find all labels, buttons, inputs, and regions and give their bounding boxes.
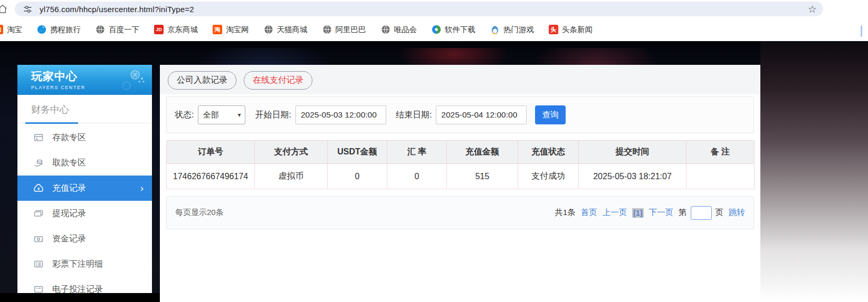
- bookmark-ctrip[interactable]: 携程旅行: [37, 25, 81, 35]
- backdrop-top-band: [0, 41, 868, 48]
- sidebar-header: 玩家中心 PLAYERS CENTER: [17, 65, 152, 95]
- status-select[interactable]: 全部 ▾: [198, 105, 245, 124]
- withdrawal-icon: [33, 208, 44, 219]
- bookmark-taobao[interactable]: 淘 淘宝: [1, 25, 22, 35]
- next-page-link[interactable]: 下一页: [649, 207, 674, 218]
- bookmark-toutiao[interactable]: 头 头条新闻: [549, 25, 593, 35]
- cell-usdt-amount: 0: [328, 164, 387, 189]
- sidebar-item-lottery-bet-details[interactable]: 彩票下注明细: [17, 251, 152, 277]
- svg-text:¥: ¥: [37, 187, 40, 191]
- cell-submit-time: 2025-05-03 18:21:07: [579, 164, 686, 189]
- backdrop-bottom-band: [0, 293, 160, 302]
- sidebar-item-funds-records[interactable]: 资金记录: [17, 226, 152, 251]
- bookmark-software[interactable]: 软件下载: [432, 25, 475, 35]
- bookmark-taobao-wang[interactable]: 淘 淘宝网: [213, 25, 249, 35]
- table-header-row: 订单号 支付方式 USDT金额 汇 率 充值金额 充值状态 提交时间 备 注: [167, 141, 755, 164]
- ctrip-icon: [37, 25, 46, 34]
- first-page-link[interactable]: 首页: [581, 207, 597, 218]
- query-button[interactable]: 查询: [535, 105, 566, 124]
- bookmarks-overflow-indicator: [861, 25, 862, 37]
- col-order-number: 订单号: [167, 141, 255, 164]
- page-jump-input[interactable]: [691, 206, 712, 220]
- recharge-icon: ¥: [33, 183, 44, 193]
- globe-icon: [96, 25, 105, 34]
- cell-recharge-status: 支付成功: [518, 164, 579, 189]
- sidebar: 玩家中心 PLAYERS CENTER 财务中心 存款专区: [17, 65, 152, 293]
- record-tabs: 公司入款记录 在线支付记录: [168, 71, 312, 90]
- taobao-icon: 淘: [213, 25, 222, 34]
- finance-center-section-title: 财务中心: [31, 103, 152, 116]
- cell-recharge-amount: 515: [447, 164, 518, 189]
- start-date-input[interactable]: [295, 105, 386, 124]
- table-row: 1746267667496174 虚拟币 0 0 515 支付成功 2025-0…: [167, 164, 755, 189]
- sidebar-item-withdraw-zone[interactable]: 取款专区: [17, 150, 152, 176]
- pagination-controls: 共1条 首页 上一页 [1] 下一页 第 页 跳转: [555, 206, 745, 220]
- prev-page-link[interactable]: 上一页: [603, 207, 627, 218]
- cell-order-number: 1746267667496174: [167, 164, 255, 189]
- chevron-down-icon: ▾: [237, 111, 241, 119]
- bookmark-jd[interactable]: JD 京东商城: [154, 25, 198, 35]
- bet-record-icon: [33, 284, 44, 293]
- col-remark: 备 注: [686, 141, 755, 164]
- bookmark-tmall[interactable]: 天猫商城: [264, 25, 308, 35]
- deposit-icon: [33, 132, 44, 143]
- funds-icon: [33, 233, 44, 244]
- tab-company-deposit-records[interactable]: 公司入款记录: [168, 71, 236, 90]
- col-recharge-status: 充值状态: [518, 141, 579, 164]
- sidebar-item-withdrawal-records[interactable]: 提现记录: [17, 201, 152, 226]
- jd-icon: JD: [154, 25, 164, 34]
- screen: yl756.com/hhcp/usercenter.html?iniType=2…: [0, 0, 868, 302]
- jump-suffix-text: 页: [716, 207, 724, 218]
- col-recharge-amount: 充值金额: [447, 141, 518, 164]
- bookmarks-bar: 淘 淘宝 携程旅行 百度一下 JD 京东商城 淘 淘宝网 天猫商城: [0, 18, 868, 41]
- url-text[interactable]: yl756.com/hhcp/usercenter.html?iniType=2: [40, 5, 194, 14]
- bookmark-vip[interactable]: 唯品会: [381, 25, 417, 35]
- total-count-text: 共1条: [555, 207, 576, 218]
- col-payment-method: 支付方式: [255, 141, 328, 164]
- toutiao-icon: 头: [549, 25, 558, 34]
- bookmark-alibaba[interactable]: 阿里巴巴: [322, 25, 366, 35]
- sidebar-item-deposit[interactable]: 存款专区: [17, 125, 152, 150]
- section-divider: [17, 123, 152, 123]
- pagination-bar: 每页显示20条 共1条 首页 上一页 [1] 下一页 第 页 跳转: [166, 196, 754, 229]
- end-date-label: 结束日期:: [396, 110, 432, 121]
- globe-icon: [322, 25, 332, 34]
- sidebar-menu: 存款专区 取款专区 ¥ 充值记录 › 提现记录 资金记录 彩票下注明细: [17, 125, 152, 293]
- home-icon[interactable]: [0, 4, 8, 14]
- tab-online-payment-records[interactable]: 在线支付记录: [244, 71, 312, 90]
- page-size-text: 每页显示20条: [175, 208, 224, 218]
- status-label: 状态:: [175, 110, 194, 121]
- taobao-icon: 淘: [0, 25, 3, 34]
- end-date-input[interactable]: [436, 105, 527, 124]
- bookmark-star-icon[interactable]: ☆: [808, 4, 817, 14]
- globe-icon: [264, 25, 273, 34]
- penguin-icon: [490, 25, 500, 34]
- filter-panel: 状态: 全部 ▾ 开始日期: 结束日期: 查询: [166, 96, 754, 133]
- records-table: 订单号 支付方式 USDT金额 汇 率 充值金额 充值状态 提交时间 备 注 1…: [166, 140, 755, 189]
- withdraw-icon: [33, 158, 44, 168]
- jump-prefix-text: 第: [679, 207, 687, 218]
- start-date-label: 开始日期:: [255, 110, 291, 121]
- chevron-right-icon: ›: [140, 182, 144, 194]
- sidebar-item-bet-records-clipped[interactable]: 电子投注记录: [17, 277, 152, 293]
- jump-link[interactable]: 跳转: [729, 207, 745, 218]
- sidebar-item-recharge-records[interactable]: ¥ 充值记录 ›: [17, 176, 152, 201]
- jump-group: 第 页: [679, 206, 723, 220]
- cell-exchange-rate: 0: [387, 164, 447, 189]
- tune-icon[interactable]: [23, 5, 32, 14]
- globe-icon: [381, 25, 390, 34]
- col-exchange-rate: 汇 率: [387, 141, 447, 164]
- cell-remark: [686, 164, 755, 189]
- software-icon: [432, 25, 441, 34]
- col-submit-time: 提交时间: [579, 141, 686, 164]
- bookmark-games[interactable]: 热门游戏: [490, 25, 534, 35]
- browser-chrome: yl756.com/hhcp/usercenter.html?iniType=2…: [0, 0, 868, 18]
- backdrop-right-fade: [760, 41, 868, 302]
- gamepad-icon: [118, 69, 146, 90]
- col-usdt-amount: USDT金额: [328, 141, 387, 164]
- address-bar[interactable]: yl756.com/hhcp/usercenter.html?iniType=2…: [15, 2, 823, 16]
- bookmark-baidu[interactable]: 百度一下: [96, 25, 139, 35]
- main-panel: 公司入款记录 在线支付记录 状态: 全部 ▾ 开始日期: 结束日期: 查询 订单…: [160, 65, 760, 302]
- lottery-icon: [33, 259, 44, 269]
- current-page-indicator[interactable]: [1]: [632, 208, 643, 218]
